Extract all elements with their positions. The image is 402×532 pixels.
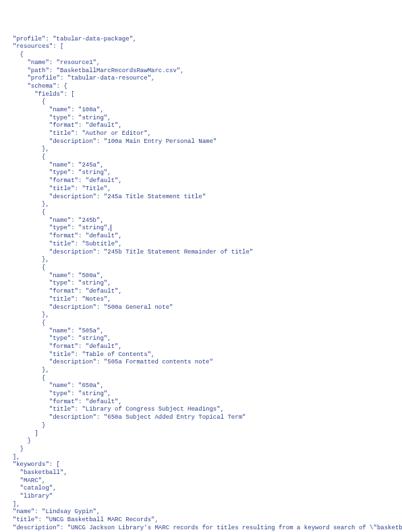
text-cursor-icon [111, 225, 111, 231]
json-code-block[interactable]: "profile": "tabular-data-package", "reso… [5, 36, 397, 532]
